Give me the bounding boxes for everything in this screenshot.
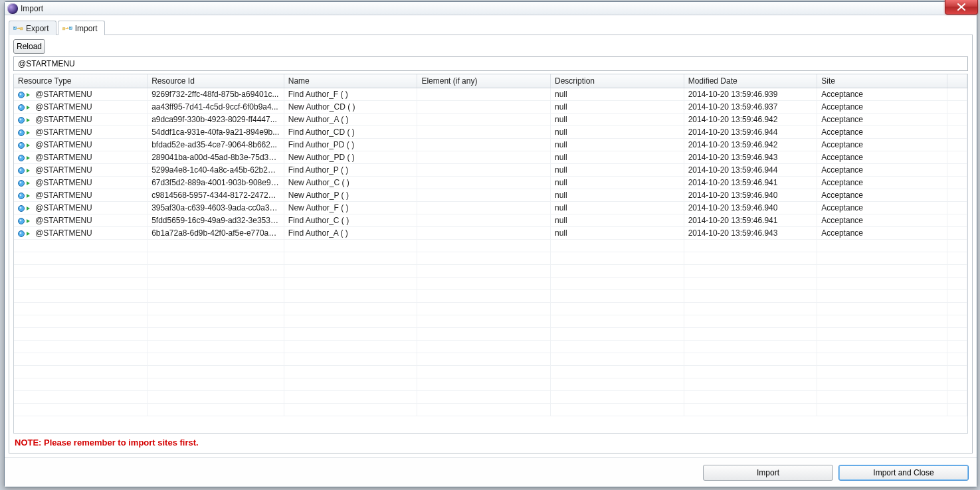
svg-point-19	[20, 181, 22, 183]
col-modified-date[interactable]: Modified Date	[684, 74, 817, 88]
titlebar[interactable]: Import	[5, 2, 977, 15]
table-row[interactable]: @STARTMENU289041ba-a00d-45ad-8b3e-75d34.…	[14, 151, 967, 164]
import-button-label: Import	[757, 468, 779, 477]
cell-site: Acceptance	[817, 139, 947, 151]
row-type-icon	[18, 91, 35, 99]
col-element[interactable]: Element (if any)	[417, 74, 551, 88]
table-row[interactable]: @STARTMENUbfdad52e-ad35-4ce7-9064-8b662.…	[14, 139, 967, 151]
cell-resource-id: 395af30a-c639-4603-9ada-cc0a31...	[147, 202, 284, 214]
cell-description: null	[551, 101, 684, 114]
cell-modified-date: 2014-10-20 13:59:46.943	[684, 151, 817, 164]
svg-point-17	[20, 169, 22, 171]
col-site[interactable]: Site	[817, 74, 947, 88]
cell-element	[417, 139, 551, 151]
svg-point-20	[19, 193, 25, 199]
table-row-empty: .	[14, 303, 967, 315]
dialog-window: Import Export	[4, 1, 977, 487]
svg-rect-3	[69, 27, 70, 28]
table-row-empty: .	[14, 265, 967, 278]
cell-resource-type: @STARTMENU	[35, 191, 92, 200]
cell-site: Acceptance	[817, 227, 947, 240]
table-row[interactable]: @STARTMENU9269f732-2ffc-48fd-875b-a69401…	[14, 88, 967, 101]
cell-modified-date: 2014-10-20 13:59:46.941	[684, 214, 817, 227]
cell-site: Acceptance	[817, 177, 947, 189]
table-row-empty: .	[14, 404, 967, 416]
svg-point-24	[19, 218, 25, 224]
table-row-empty: .	[14, 353, 967, 366]
cell-description: null	[551, 151, 684, 164]
table-row[interactable]: @STARTMENU395af30a-c639-4603-9ada-cc0a31…	[14, 202, 967, 214]
table-row[interactable]: @STARTMENUa9dca99f-330b-4923-8029-ff4447…	[14, 114, 967, 126]
cell-resource-id: aa43ff95-7d41-4c5d-9ccf-6f0b9a4...	[147, 101, 284, 114]
table-row-empty: .	[14, 328, 967, 341]
cell-element	[417, 189, 551, 202]
svg-point-21	[20, 194, 22, 196]
cell-resource-type: @STARTMENU	[35, 228, 92, 238]
dialog-footer: Import Import and Close	[5, 457, 977, 487]
cell-name: New Author_PD ( )	[284, 151, 417, 164]
col-resource-type[interactable]: Resource Type	[14, 74, 147, 88]
table-row[interactable]: @STARTMENU6b1a72a8-6d9b-42f0-af5e-e770aa…	[14, 227, 967, 240]
cell-description: null	[551, 139, 684, 151]
cell-resource-type: @STARTMENU	[35, 115, 92, 124]
table-row[interactable]: @STARTMENU67d3f5d2-889a-4001-903b-908e95…	[14, 177, 967, 189]
import-button[interactable]: Import	[703, 465, 833, 481]
table-row[interactable]: @STARTMENUc9814568-5957-4344-8172-2472a9…	[14, 189, 967, 202]
table-row[interactable]: @STARTMENU54ddf1ca-931e-40fa-9a21-894e9b…	[14, 126, 967, 139]
row-type-icon	[18, 104, 35, 112]
row-type-icon	[18, 204, 35, 212]
svg-point-9	[20, 118, 22, 120]
table-row-empty: .	[14, 341, 967, 353]
cell-site: Acceptance	[817, 189, 947, 202]
tab-import[interactable]: Import	[58, 21, 105, 35]
col-spacer[interactable]	[947, 74, 967, 88]
tab-export[interactable]: Export	[9, 21, 56, 35]
cell-modified-date: 2014-10-20 13:59:46.937	[684, 101, 817, 114]
cell-name: New Author_CD ( )	[284, 101, 417, 114]
cell-name: New Author_P ( )	[284, 189, 417, 202]
cell-name: New Author_A ( )	[284, 114, 417, 126]
close-button[interactable]	[945, 0, 978, 15]
svg-point-18	[19, 180, 25, 186]
cell-site: Acceptance	[817, 88, 947, 101]
cell-modified-date: 2014-10-20 13:59:46.944	[684, 164, 817, 177]
table-row-empty: .	[14, 391, 967, 404]
cell-description: null	[551, 164, 684, 177]
cell-site: Acceptance	[817, 114, 947, 126]
col-description[interactable]: Description	[551, 74, 684, 88]
col-resource-id[interactable]: Resource Id	[147, 74, 284, 88]
cell-modified-date: 2014-10-20 13:59:46.940	[684, 202, 817, 214]
row-type-icon	[18, 154, 35, 162]
col-name[interactable]: Name	[284, 74, 417, 88]
svg-rect-1	[14, 27, 15, 28]
cell-element	[417, 114, 551, 126]
svg-point-13	[20, 143, 22, 145]
svg-point-26	[19, 230, 25, 236]
table-row[interactable]: @STARTMENU5fdd5659-16c9-49a9-ad32-3e3537…	[14, 214, 967, 227]
row-type-icon	[18, 192, 35, 200]
table-row-empty: .	[14, 315, 967, 328]
note-text: NOTE: Please remember to import sites fi…	[13, 434, 968, 449]
cell-element	[417, 88, 551, 101]
import-and-close-button[interactable]: Import and Close	[838, 465, 969, 481]
cell-resource-id: 5299a4e8-1c40-4a8c-a45b-62b2bf...	[147, 164, 284, 177]
svg-point-7	[20, 106, 22, 108]
cell-resource-id: c9814568-5957-4344-8172-2472a9...	[147, 189, 284, 202]
cell-element	[417, 214, 551, 227]
svg-point-22	[19, 205, 25, 211]
table-row-empty: .	[14, 378, 967, 391]
resource-table[interactable]: Resource Type Resource Id Name Element (…	[13, 74, 968, 434]
table-row[interactable]: @STARTMENU5299a4e8-1c40-4a8c-a45b-62b2bf…	[14, 164, 967, 177]
cell-name: Find Author_PD ( )	[284, 139, 417, 151]
cell-site: Acceptance	[817, 151, 947, 164]
reload-button[interactable]: Reload	[13, 39, 45, 54]
cell-name: Find Author_CD ( )	[284, 126, 417, 139]
cell-element	[417, 126, 551, 139]
cell-resource-id: 6b1a72a8-6d9b-42f0-af5e-e770aa...	[147, 227, 284, 240]
row-type-icon	[18, 217, 35, 225]
table-header-row[interactable]: Resource Type Resource Id Name Element (…	[14, 74, 967, 88]
svg-point-8	[19, 117, 25, 123]
filter-input[interactable]	[13, 56, 968, 71]
table-row[interactable]: @STARTMENUaa43ff95-7d41-4c5d-9ccf-6f0b9a…	[14, 101, 967, 114]
cell-name: New Author_C ( )	[284, 177, 417, 189]
